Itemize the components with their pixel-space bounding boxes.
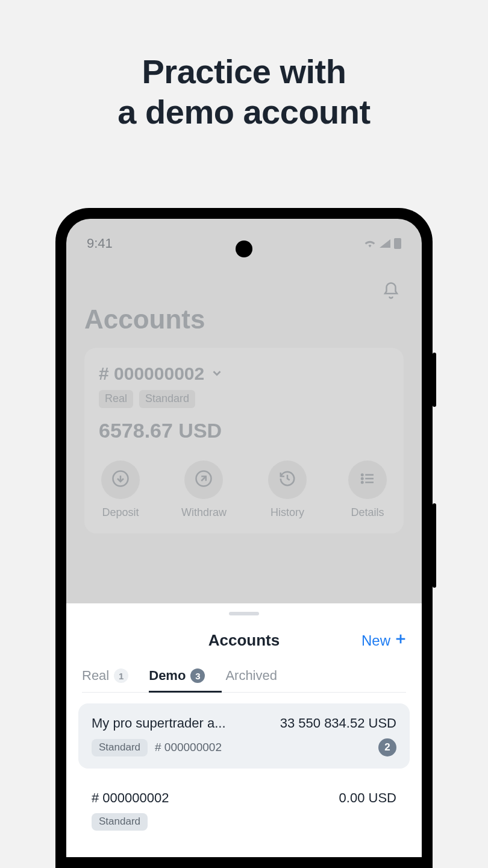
action-label: Details [351, 506, 384, 519]
arrow-down-circle-icon [111, 470, 130, 491]
new-label: New [361, 632, 390, 649]
signal-icon [380, 239, 390, 248]
plus-icon [394, 632, 407, 649]
deposit-button[interactable]: Deposit [101, 461, 140, 519]
action-label: Deposit [102, 506, 139, 519]
current-account-card: # 000000002 Real Standard 6578.67 USD [84, 348, 404, 533]
account-amount: 0.00 USD [339, 790, 396, 806]
phone-frame: 9:41 Accounts # 000000002 [55, 208, 433, 868]
tab-label: Real [82, 668, 109, 684]
wifi-icon [364, 236, 376, 251]
status-time: 9:41 [87, 236, 113, 251]
battery-icon [394, 238, 401, 249]
sheet-title: Accounts [208, 631, 280, 650]
headline-line2: a demo account [117, 93, 370, 131]
svg-point-8 [361, 477, 363, 479]
account-tabs: Real 1 Demo 3 Archived [82, 668, 406, 693]
history-button[interactable]: History [268, 461, 307, 519]
tab-demo[interactable]: Demo 3 [149, 668, 205, 692]
front-camera [236, 241, 252, 257]
list-item[interactable]: My pro supertrader a... 33 550 834.52 US… [78, 703, 410, 769]
chip-account-type: Standard [92, 739, 148, 756]
chip-account-type: Standard [139, 390, 195, 408]
tab-label: Demo [149, 668, 186, 684]
details-button[interactable]: Details [348, 461, 387, 519]
notification-count-badge: 2 [378, 738, 396, 756]
headline-line1: Practice with [142, 52, 346, 90]
account-number: # 000000002 [155, 741, 222, 754]
account-number: # 000000002 [99, 363, 204, 384]
svg-point-9 [361, 482, 363, 483]
action-label: Withdraw [181, 506, 227, 519]
phone-screen: 9:41 Accounts # 000000002 [66, 219, 422, 857]
withdraw-button[interactable]: Withdraw [181, 461, 227, 519]
account-amount: 33 550 834.52 USD [280, 715, 396, 731]
tab-archived[interactable]: Archived [225, 668, 277, 692]
list-item[interactable]: # 000000002 0.00 USD Standard [78, 778, 410, 843]
device-side-button [433, 503, 436, 588]
svg-point-7 [361, 474, 363, 476]
device-side-button [433, 353, 436, 407]
sheet-grabber[interactable] [229, 612, 259, 615]
chevron-down-icon [210, 363, 224, 384]
history-icon [278, 470, 296, 491]
promo-headline: Practice with a demo account [0, 51, 488, 132]
account-name: # 000000002 [92, 790, 169, 806]
account-balance: 6578.67 USD [99, 419, 389, 442]
accounts-sheet: Accounts New Real 1 Demo 3 [66, 603, 422, 857]
tab-count: 1 [114, 668, 128, 683]
account-selector[interactable]: # 000000002 [99, 363, 389, 384]
tab-label: Archived [225, 668, 277, 684]
tab-real[interactable]: Real 1 [82, 668, 128, 692]
list-icon [358, 470, 377, 491]
chip-account-type: Standard [92, 813, 148, 831]
action-label: History [271, 506, 304, 519]
chip-real: Real [99, 390, 133, 408]
account-name: My pro supertrader a... [92, 715, 226, 731]
new-account-button[interactable]: New [361, 632, 407, 649]
page-title: Accounts [84, 304, 404, 335]
bell-icon[interactable] [382, 281, 400, 302]
tab-count: 3 [190, 668, 205, 683]
arrow-up-right-circle-icon [195, 470, 213, 491]
